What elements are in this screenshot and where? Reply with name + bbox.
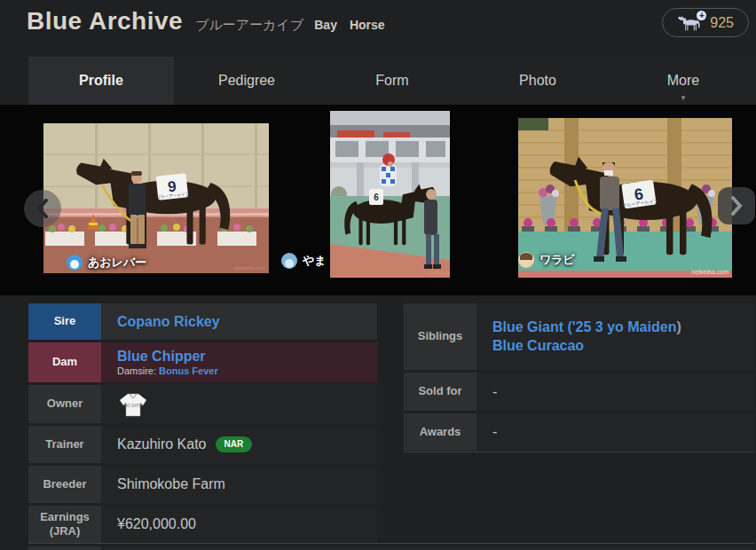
- tab-photo[interactable]: Photo: [465, 57, 610, 105]
- horse-name-japanese: ブルーアーカイブ: [195, 17, 303, 34]
- breeder-name: Shimokobe Farm: [117, 476, 225, 492]
- table-row-owner: Owner NO DATA: [28, 385, 377, 423]
- profile-table: Sire Copano Rickey Dam Blue Chipper Dams…: [28, 303, 377, 546]
- awards-label: Awards: [404, 413, 476, 451]
- photo-watermark: netkeiba.com: [691, 269, 728, 275]
- awards-value: -: [492, 424, 497, 440]
- page-header: Blue Archive ブルーアーカイブ Bay Horse: [27, 7, 385, 35]
- svg-text:netkeiba: netkeiba: [430, 270, 447, 275]
- sibling-entry: Blue Curacao: [492, 338, 584, 354]
- damsire-line: Damsire: Bonus Fever: [117, 365, 218, 376]
- photo-carousel: 9 ブルーアーカイブ netkeiba.com: [0, 105, 756, 295]
- credit-avatar: [518, 252, 534, 268]
- earnings-value: ¥620,000.00: [117, 516, 196, 532]
- table-row-awards: Awards -: [404, 413, 754, 451]
- tab-label: More: [667, 73, 699, 89]
- tab-form[interactable]: Form: [319, 57, 465, 105]
- saddlecloth-number: 6: [374, 192, 379, 202]
- horse-sex: Horse: [350, 18, 385, 32]
- earnings-label: Earnings (JRA): [28, 506, 101, 543]
- horse-name: Blue Archive: [27, 7, 183, 35]
- photo-credit-3[interactable]: ワラビ: [518, 252, 575, 268]
- damsire-link[interactable]: Bonus Fever: [159, 365, 218, 376]
- credit-avatar: [281, 253, 297, 269]
- sold-for-label: Sold for: [404, 373, 476, 411]
- owner-silks-icon[interactable]: NO DATA: [117, 391, 149, 418]
- table-row-sire: Sire Copano Rickey: [28, 303, 377, 340]
- plus-icon: +: [697, 11, 706, 20]
- trainer-label: Trainer: [28, 426, 101, 463]
- table-row-sold-for: Sold for -: [404, 373, 754, 411]
- siblings-label: Siblings: [404, 303, 476, 370]
- photo-2-illustration: 6 netkeiba: [330, 111, 450, 278]
- tab-label: Pedigree: [218, 73, 275, 89]
- silks-no-data-text: NO DATA: [124, 404, 141, 408]
- sibling-suffix: ): [676, 319, 681, 334]
- tab-label: Form: [375, 73, 408, 89]
- credit-avatar: [67, 255, 83, 271]
- coat-color: Bay: [314, 18, 337, 32]
- info-table-divider: [404, 452, 754, 452]
- photo-credit-1[interactable]: あおレバー: [67, 255, 146, 271]
- next-row-value-stub: [104, 546, 754, 550]
- table-row-earnings: Earnings (JRA) ¥620,000.00: [28, 506, 377, 543]
- table-row-dam: Dam Blue Chipper Damsire: Bonus Fever: [28, 342, 377, 382]
- tab-pedigree[interactable]: Pedigree: [174, 57, 319, 105]
- carousel-prev-button[interactable]: [24, 190, 61, 227]
- sold-for-value: -: [492, 384, 497, 400]
- tab-more[interactable]: More ▼: [610, 57, 756, 105]
- table-row-breeder: Breeder Shimokobe Farm: [28, 466, 377, 503]
- credit-name: ワラビ: [539, 252, 575, 268]
- damsire-label: Damsire:: [117, 365, 156, 376]
- dam-label: Dam: [28, 342, 101, 382]
- table-row-siblings: Siblings Blue Giant ('25 3 yo Maiden) Bl…: [404, 303, 754, 370]
- chevron-down-icon: ▼: [680, 94, 687, 102]
- section-divider: [28, 543, 754, 544]
- photo-1-illustration: 9 ブルーアーカイブ netkeiba.com: [43, 123, 269, 273]
- tab-bar: Profile Pedigree Form Photo More ▼: [28, 57, 756, 105]
- tab-label: Profile: [79, 73, 123, 89]
- dam-link[interactable]: Blue Chipper: [117, 349, 206, 365]
- tab-profile[interactable]: Profile: [28, 57, 174, 105]
- owner-label: Owner: [28, 385, 101, 423]
- nar-badge: NAR: [216, 436, 253, 452]
- horse-photo-1[interactable]: 9 ブルーアーカイブ netkeiba.com: [43, 123, 269, 273]
- chevron-right-icon: [729, 196, 744, 216]
- horse-plus-icon: +: [677, 14, 702, 32]
- info-table: Siblings Blue Giant ('25 3 yo Maiden) Bl…: [404, 303, 754, 453]
- chevron-left-icon: [35, 199, 50, 218]
- table-row-trainer: Trainer Kazuhiro Kato NAR: [28, 426, 377, 463]
- fans-count: 925: [710, 15, 734, 31]
- fans-count-badge[interactable]: + 925: [662, 8, 749, 37]
- breeder-label: Breeder: [28, 466, 101, 503]
- credit-name: やま: [303, 253, 327, 269]
- photo-credit-2[interactable]: やま: [281, 253, 327, 269]
- sire-label: Sire: [28, 303, 101, 340]
- tab-label: Photo: [519, 73, 556, 89]
- carousel-next-button[interactable]: [718, 187, 755, 224]
- photo-watermark: netkeiba.com: [233, 265, 265, 271]
- sibling-link[interactable]: Blue Curacao: [492, 338, 584, 353]
- credit-name: あおレバー: [88, 255, 146, 271]
- sibling-entry: Blue Giant ('25 3 yo Maiden): [492, 319, 681, 335]
- sibling-link[interactable]: Blue Giant ('25 3 yo Maiden: [492, 319, 676, 334]
- trainer-name: Kazuhiro Kato: [117, 436, 207, 452]
- horse-photo-2[interactable]: 6 netkeiba: [330, 111, 450, 278]
- sire-link[interactable]: Copano Rickey: [117, 314, 220, 330]
- next-row-label-stub: [28, 546, 101, 550]
